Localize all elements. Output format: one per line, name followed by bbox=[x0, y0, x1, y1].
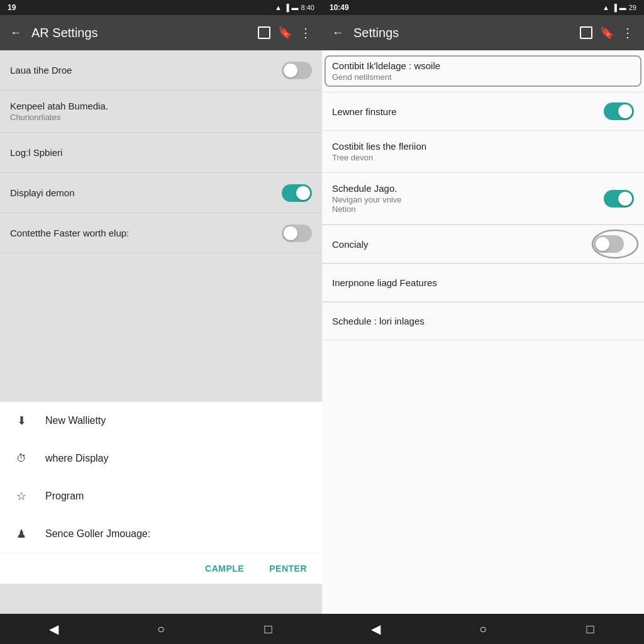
right-setting-item-costibit[interactable]: Costibit lies the fleriion Tree devon bbox=[322, 131, 644, 173]
right-nav: ◀ ○ □ bbox=[322, 618, 644, 640]
right-setting-item-contibit[interactable]: Contibit Ik'ldelage : wsoile Gend netils… bbox=[322, 50, 644, 92]
toggle-laua[interactable] bbox=[282, 62, 312, 79]
shirt-icon bbox=[13, 525, 30, 543]
star-icon bbox=[13, 487, 30, 505]
setting-item-laua[interactable]: Laua tihe Droe bbox=[0, 50, 322, 91]
cancel-button[interactable]: CAMPLE bbox=[200, 558, 249, 579]
right-setting-item-schedule-lori[interactable]: Schedule : lori inlages bbox=[322, 303, 644, 340]
bottom-menu: New Wallietty where Display Program Senc… bbox=[0, 402, 322, 584]
right-setting-title-lewner: Lewner finsture bbox=[332, 106, 604, 117]
right-back-nav-button[interactable]: ◀ bbox=[357, 618, 394, 640]
setting-item-displayi[interactable]: Displayi demon bbox=[0, 173, 322, 213]
right-setting-title-contibit: Contibit Ik'ldelage : wsoile bbox=[332, 60, 634, 71]
right-bookmark-icon[interactable]: 🔖 bbox=[600, 26, 614, 40]
concialy-toggle-area bbox=[594, 235, 634, 253]
left-status-bar: 19 ▲ ▐ ▬ 8:40 bbox=[0, 0, 322, 15]
toggle-lewner[interactable] bbox=[604, 103, 634, 120]
menu-item-program[interactable]: Program bbox=[0, 477, 322, 515]
right-setting-title-costibit: Costibit lies the fleriion bbox=[332, 141, 634, 152]
right-setting-item-lewner[interactable]: Lewner finsture bbox=[322, 92, 644, 131]
right-setting-item-concialy[interactable]: Concialy bbox=[322, 225, 644, 264]
toggle-displayi[interactable] bbox=[282, 184, 312, 202]
battery-icon: ▬ bbox=[292, 4, 299, 11]
right-setting-item-inerpnone[interactable]: Inerpnone liagd Features bbox=[322, 264, 644, 302]
toggle-concialy[interactable] bbox=[594, 235, 624, 253]
setting-item-logl[interactable]: Log:l Spbieri bbox=[0, 133, 322, 173]
right-home-button[interactable]: ○ bbox=[464, 618, 502, 640]
setting-title-laua: Laua tihe Droe bbox=[10, 65, 282, 75]
setting-title-contetthe: Contetthe Faster worth elup: bbox=[10, 228, 282, 238]
left-nav: ◀ ○ □ bbox=[0, 618, 322, 640]
right-setting-subtitle-costibit: Tree devon bbox=[332, 153, 634, 162]
right-setting-title-concialy: Concialy bbox=[332, 239, 594, 250]
setting-item-contetthe[interactable]: Contetthe Faster worth elup: bbox=[0, 213, 322, 253]
right-back-button[interactable]: ← bbox=[332, 26, 343, 40]
enter-button[interactable]: PENTER bbox=[264, 558, 312, 579]
menu-actions: CAMPLE PENTER bbox=[0, 553, 322, 584]
toggle-schedule-jago[interactable] bbox=[604, 190, 634, 208]
left-bookmark-icon[interactable]: 🔖 bbox=[278, 26, 292, 40]
right-app-bar-title: Settings bbox=[353, 26, 570, 40]
right-app-bar-icons: 🔖 bbox=[580, 25, 634, 40]
left-recents-button[interactable]: □ bbox=[250, 618, 287, 640]
menu-item-where-display[interactable]: where Display bbox=[0, 440, 322, 477]
left-app-bar-icons: 🔖 bbox=[258, 25, 312, 40]
left-status-time-left: 19 bbox=[8, 3, 16, 12]
setting-item-kenpeel[interactable]: Kenpeel atah Bumedia. Churionrliates bbox=[0, 91, 322, 133]
download-icon bbox=[13, 412, 30, 430]
right-battery-icon: ▬ bbox=[619, 4, 626, 11]
left-screen: 19 ▲ ▐ ▬ 8:40 ← AR Settings 🔖 Laua t bbox=[0, 0, 322, 614]
left-kebab-icon[interactable] bbox=[299, 25, 312, 40]
right-setting-subtitle-schedule-jago: Nevigan your vniveNetion bbox=[332, 195, 604, 214]
right-settings-list: Contibit Ik'ldelage : wsoile Gend netils… bbox=[322, 50, 644, 614]
menu-label-program: Program bbox=[45, 491, 84, 502]
left-back-button[interactable]: ← bbox=[10, 26, 21, 40]
left-app-bar: ← AR Settings 🔖 bbox=[0, 15, 322, 50]
right-window-icon[interactable] bbox=[580, 26, 592, 39]
right-setting-item-schedule-jago[interactable]: Schedule Jago. Nevigan your vniveNetion bbox=[322, 173, 644, 225]
right-recents-button[interactable]: □ bbox=[572, 618, 609, 640]
left-app-bar-title: AR Settings bbox=[31, 26, 248, 40]
right-screen: 10:49 ▲ ▐ ▬ 29 ← Settings 🔖 bbox=[322, 0, 644, 614]
nav-bar: ◀ ○ □ ◀ ○ □ bbox=[0, 614, 644, 644]
right-status-icons: ▲ ▐ ▬ 29 bbox=[602, 4, 636, 11]
right-signal-icon: ▐ bbox=[612, 4, 617, 11]
setting-title-displayi: Displayi demon bbox=[10, 187, 282, 198]
right-setting-subtitle-contibit: Gend netilsment bbox=[332, 72, 634, 82]
left-window-icon[interactable] bbox=[258, 26, 270, 39]
setting-title-logl: Log:l Spbieri bbox=[10, 147, 312, 158]
menu-label-new-walletty: New Wallietty bbox=[45, 415, 106, 426]
menu-item-new-walletty[interactable]: New Wallietty bbox=[0, 402, 322, 440]
left-status-icons: ▲ ▐ ▬ 8:40 bbox=[275, 4, 314, 11]
setting-title-kenpeel: Kenpeel atah Bumedia. bbox=[10, 101, 312, 111]
menu-label-sence-goller: Sence Goller Jmouage: bbox=[45, 528, 150, 540]
left-home-button[interactable]: ○ bbox=[142, 618, 180, 640]
wifi-icon: ▲ bbox=[275, 4, 282, 11]
right-kebab-icon[interactable] bbox=[621, 25, 634, 40]
right-status-time: 29 bbox=[629, 4, 636, 11]
menu-label-where-display: where Display bbox=[45, 453, 108, 464]
right-wifi-icon: ▲ bbox=[602, 4, 609, 11]
right-setting-title-schedule-lori: Schedule : lori inlages bbox=[332, 316, 634, 326]
right-app-bar: ← Settings 🔖 bbox=[322, 15, 644, 50]
signal-icon: ▐ bbox=[284, 4, 289, 11]
right-setting-title-schedule-jago: Schedule Jago. bbox=[332, 183, 604, 194]
right-setting-title-inerpnone: Inerpnone liagd Features bbox=[332, 277, 634, 288]
menu-item-sence-goller[interactable]: Sence Goller Jmouage: bbox=[0, 515, 322, 553]
left-status-time: 8:40 bbox=[301, 4, 314, 11]
left-back-nav-button[interactable]: ◀ bbox=[35, 618, 72, 640]
right-status-bar: 10:49 ▲ ▐ ▬ 29 bbox=[322, 0, 644, 15]
right-status-time-left: 10:49 bbox=[330, 3, 349, 12]
clock-icon bbox=[13, 450, 30, 467]
setting-subtitle-kenpeel: Churionrliates bbox=[10, 113, 312, 122]
toggle-contetthe[interactable] bbox=[282, 225, 312, 242]
